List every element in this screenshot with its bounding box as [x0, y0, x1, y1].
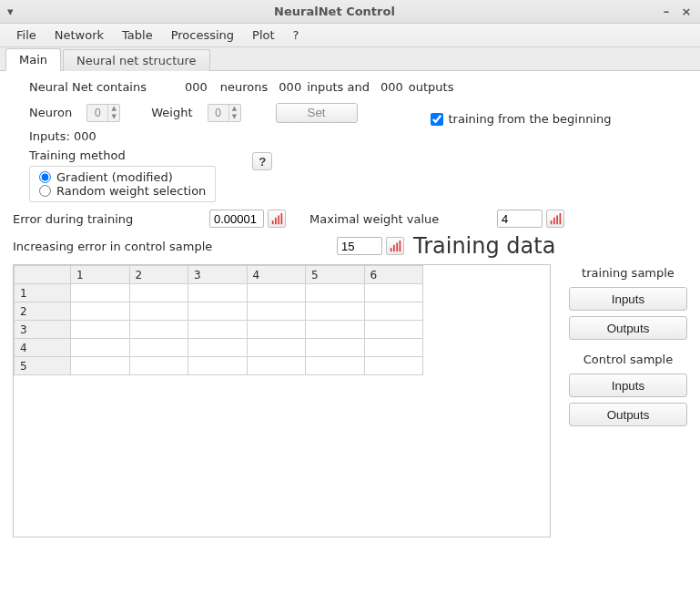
table-cell[interactable] [188, 339, 248, 357]
table-col-header[interactable]: 5 [306, 266, 365, 284]
increasing-error-input[interactable] [337, 237, 382, 255]
table-row-header[interactable]: 3 [15, 321, 71, 339]
table-row-header[interactable]: 4 [15, 339, 71, 357]
neuron-label: Neuron [29, 106, 72, 119]
training-method-group: Gradient (modified) Random weight select… [29, 166, 216, 202]
table-row-header[interactable]: 2 [15, 302, 71, 321]
table-col-header[interactable]: 2 [129, 266, 188, 284]
tabstrip: Main Neural net structure [0, 47, 700, 71]
svg-rect-5 [553, 217, 555, 223]
max-weight-input[interactable] [497, 210, 543, 228]
training-sample-label: training sample [569, 266, 687, 280]
table-cell[interactable] [71, 339, 130, 357]
summary-prefix: Neural Net contains [29, 80, 147, 94]
radio-gradient[interactable]: Gradient (modified) [39, 170, 206, 184]
table-cell[interactable] [247, 339, 306, 357]
table-row[interactable]: 3 [15, 321, 423, 339]
table-col-header[interactable]: 4 [247, 266, 306, 284]
table-cell[interactable] [364, 302, 423, 321]
table-cell[interactable] [364, 339, 423, 357]
app-menu-icon[interactable]: ▾ [7, 5, 16, 18]
weight-input[interactable] [208, 105, 228, 121]
table-cell[interactable] [71, 302, 130, 321]
error-training-apply-icon[interactable] [268, 210, 286, 228]
menu-file[interactable]: File [7, 26, 46, 45]
training-from-beginning-checkbox[interactable]: training from the beginning [431, 112, 612, 126]
table-row[interactable]: 4 [15, 339, 423, 357]
set-button[interactable]: Set [276, 103, 358, 123]
table-col-header[interactable]: 3 [188, 266, 248, 284]
minimize-button[interactable]: – [660, 5, 673, 18]
table-cell[interactable] [129, 339, 188, 357]
weight-step-down-icon[interactable]: ▼ [229, 113, 240, 121]
table-cell[interactable] [247, 321, 306, 339]
training-from-beginning-input[interactable] [431, 113, 443, 126]
table-cell[interactable] [188, 357, 248, 375]
close-button[interactable]: × [680, 5, 693, 18]
radio-gradient-input[interactable] [39, 171, 51, 183]
weight-label: Weight [151, 106, 192, 119]
increasing-error-apply-icon[interactable] [386, 237, 404, 255]
table-cell[interactable] [71, 357, 130, 375]
table-cell[interactable] [364, 284, 423, 302]
error-training-input[interactable] [209, 210, 264, 228]
training-outputs-button[interactable]: Outputs [569, 316, 687, 340]
control-outputs-button[interactable]: Outputs [569, 403, 687, 426]
radio-random-input[interactable] [39, 185, 51, 197]
max-weight-apply-icon[interactable] [546, 210, 564, 228]
data-table-container[interactable]: 1 2 3 4 5 6 1 2 3 4 5 [13, 264, 551, 537]
table-cell[interactable] [129, 284, 188, 302]
weight-stepper[interactable]: ▲ ▼ [208, 104, 241, 122]
menu-network[interactable]: Network [46, 26, 113, 45]
table-cell[interactable] [306, 339, 365, 357]
summary-outputs-count: 000 [380, 80, 403, 94]
table-row-header[interactable]: 5 [15, 357, 71, 375]
menubar: File Network Table Processing Plot ? [0, 24, 700, 47]
table-row-header[interactable]: 1 [15, 284, 71, 302]
training-method-help-button[interactable]: ? [252, 152, 272, 170]
table-cell[interactable] [188, 284, 248, 302]
menu-help[interactable]: ? [284, 26, 309, 45]
neuron-stepper[interactable]: ▲ ▼ [86, 104, 120, 122]
neuron-step-up-icon[interactable]: ▲ [108, 105, 119, 113]
control-inputs-button[interactable]: Inputs [569, 374, 687, 397]
svg-rect-8 [390, 248, 391, 251]
table-cell[interactable] [129, 357, 188, 375]
data-table[interactable]: 1 2 3 4 5 6 1 2 3 4 5 [14, 265, 423, 375]
table-col-header[interactable]: 1 [71, 266, 130, 284]
table-row[interactable]: 1 [15, 284, 423, 302]
table-cell[interactable] [188, 302, 248, 321]
menu-processing[interactable]: Processing [162, 26, 243, 45]
table-cell[interactable] [306, 321, 365, 339]
tab-structure[interactable]: Neural net structure [63, 49, 209, 71]
table-cell[interactable] [364, 321, 423, 339]
svg-rect-7 [559, 213, 561, 224]
radio-random[interactable]: Random weight selection [39, 184, 206, 198]
table-cell[interactable] [306, 284, 365, 302]
menu-plot[interactable]: Plot [243, 26, 284, 45]
weight-step-up-icon[interactable]: ▲ [229, 105, 240, 113]
training-inputs-button[interactable]: Inputs [569, 287, 687, 311]
table-row[interactable]: 2 [15, 302, 423, 321]
table-cell[interactable] [71, 284, 130, 302]
table-cell[interactable] [129, 302, 188, 321]
summary-inputs-count: 000 [279, 80, 301, 94]
table-cell[interactable] [247, 302, 306, 321]
table-cell[interactable] [247, 284, 306, 302]
table-cell[interactable] [364, 357, 423, 375]
table-cell[interactable] [188, 321, 248, 339]
summary-inputs-label: inputs and [307, 80, 370, 94]
tab-main[interactable]: Main [5, 48, 61, 71]
neuron-input[interactable] [87, 105, 107, 121]
svg-rect-9 [393, 244, 395, 251]
menu-table[interactable]: Table [113, 26, 162, 45]
table-cell[interactable] [306, 302, 365, 321]
table-cell[interactable] [71, 321, 130, 339]
table-row[interactable]: 5 [15, 357, 423, 375]
table-cell[interactable] [129, 321, 188, 339]
table-col-header[interactable]: 6 [364, 266, 423, 284]
table-cell[interactable] [306, 357, 365, 375]
table-corner [15, 266, 71, 284]
neuron-step-down-icon[interactable]: ▼ [108, 113, 119, 121]
table-cell[interactable] [247, 357, 306, 375]
